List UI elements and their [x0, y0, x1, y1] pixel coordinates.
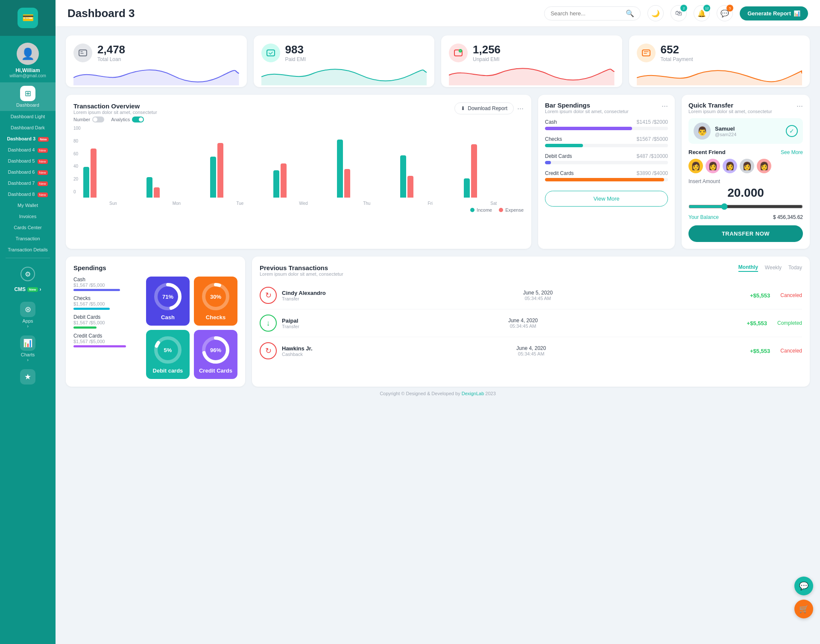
- charts-arrow: ›: [27, 357, 29, 362]
- new-badge: New: [38, 159, 48, 164]
- sidebar-item-dashboard-8[interactable]: Dashboard 8 New: [0, 189, 56, 200]
- tab-today[interactable]: Today: [788, 265, 802, 271]
- spendings-list: Cash $1415 /$2000 Checks $1567 /$5000: [545, 119, 668, 181]
- bar-teal: [210, 157, 216, 198]
- amount-slider[interactable]: [688, 203, 803, 210]
- bar-group-tue: [210, 143, 270, 198]
- total-payment-value: 652: [661, 43, 693, 56]
- unpaid-emi-wave: [449, 65, 615, 85]
- view-more-button[interactable]: View More: [545, 191, 668, 207]
- bar-teal: [337, 140, 343, 198]
- see-more-link[interactable]: See More: [781, 149, 803, 155]
- avatar: 👤: [17, 43, 39, 65]
- friend-avatar-1[interactable]: 👩: [688, 159, 703, 173]
- number-toggle[interactable]: [92, 117, 104, 122]
- sidebar-item-dashboard-7[interactable]: Dashboard 7 New: [0, 178, 56, 189]
- transfer-user-info: 👨 Samuel @sam224: [694, 122, 736, 140]
- dark-mode-btn[interactable]: 🌙: [647, 5, 664, 21]
- download-icon: ⬇: [461, 105, 465, 111]
- stat-cards-row: 2,478 Total Loan 983 Paid E: [66, 35, 810, 87]
- svg-text:5%: 5%: [164, 347, 172, 353]
- middle-row: Transaction Overview Lorem ipsum dolor s…: [66, 95, 810, 249]
- bar-teal: [273, 170, 279, 198]
- insert-amount-label: Insert Amount: [688, 178, 803, 184]
- notification-btn[interactable]: 🔔 12: [694, 5, 710, 21]
- sidebar-item-dashboard-3[interactable]: Dashboard 3 New: [0, 133, 56, 144]
- friend-avatar-4[interactable]: 👩: [740, 159, 754, 173]
- sidebar-item-cms[interactable]: CMS New ›: [0, 284, 56, 295]
- bar-spendings-subtitle: Lorem ipsum dolor sit amet, consectetur: [545, 109, 629, 114]
- checks-bar: [73, 308, 110, 310]
- sidebar-item-dashboard-dark[interactable]: Dashboard Dark: [0, 122, 56, 133]
- sidebar-item-dashboard-4[interactable]: Dashboard 4 New: [0, 144, 56, 155]
- paid-emi-icon: [261, 44, 280, 62]
- sidebar-item-invoices[interactable]: Invoices: [0, 211, 56, 222]
- analytics-toggle[interactable]: [132, 117, 144, 122]
- prev-trans-subtitle: Lorem ipsum dolor sit amet, consectetur: [260, 271, 343, 277]
- spending-row-cash: Cash $1415 /$2000: [545, 119, 668, 130]
- new-badge: New: [38, 148, 48, 153]
- page-title: Dashboard 3: [67, 7, 537, 20]
- sidebar-item-transaction[interactable]: Transaction: [0, 233, 56, 244]
- spending-row-debit: Debit Cards $487 /$10000: [545, 153, 668, 164]
- cms-arrow: ›: [40, 286, 41, 292]
- charts-label: Charts: [21, 352, 35, 357]
- more-options-btn[interactable]: ···: [517, 104, 524, 113]
- trans-info-paipal: Paipal Transfer: [282, 318, 299, 329]
- quick-transfer-more[interactable]: ···: [797, 102, 803, 111]
- username: Hi,William: [15, 67, 40, 73]
- sidebar-item-my-wallet[interactable]: My Wallet: [0, 200, 56, 211]
- total-payment-wave: [637, 65, 802, 85]
- float-cart-btn[interactable]: 🛒: [794, 600, 813, 618]
- status-badge-hawkins: Canceled: [780, 348, 802, 354]
- bar-spendings-more[interactable]: ···: [662, 102, 668, 111]
- gear-icon[interactable]: ⚙: [20, 267, 35, 281]
- total-loan-label: Total Loan: [97, 56, 125, 62]
- sidebar-item-star[interactable]: ★: [0, 366, 56, 389]
- friend-avatar-3[interactable]: 👩: [723, 159, 737, 173]
- star-icon: ★: [20, 369, 35, 385]
- bar-red: [281, 163, 287, 198]
- cash-progress: [545, 127, 632, 130]
- sidebar-item-dashboard-6[interactable]: Dashboard 6 New: [0, 166, 56, 178]
- paid-emi-value: 983: [285, 43, 306, 56]
- total-payment-icon: [637, 44, 656, 62]
- sidebar-item-dashboard-light[interactable]: Dashboard Light: [0, 111, 56, 122]
- stat-card-total-loan: 2,478 Total Loan: [66, 35, 247, 87]
- footer-brand-link[interactable]: DexignLab: [462, 391, 484, 396]
- sidebar-item-dashboard-5[interactable]: Dashboard 5 New: [0, 155, 56, 166]
- friend-avatar-5[interactable]: 👩: [757, 159, 771, 173]
- sidebar-item-transaction-details[interactable]: Transaction Details: [0, 244, 56, 255]
- bar-teal: [83, 167, 89, 198]
- search-box[interactable]: 🔍: [544, 6, 641, 20]
- tab-monthly[interactable]: Monthly: [738, 264, 758, 272]
- sidebar-item-cards-center[interactable]: Cards Center: [0, 222, 56, 233]
- spendings-list: Cash $1,567 /$5,000 Checks $1,567: [73, 277, 139, 379]
- svg-rect-0: [79, 50, 87, 56]
- tab-weekly[interactable]: Weekly: [765, 265, 782, 271]
- transfer-now-button[interactable]: TRANSFER NOW: [688, 225, 803, 242]
- float-support-btn[interactable]: 💬: [794, 577, 813, 595]
- friend-avatar-2[interactable]: 👩: [706, 159, 720, 173]
- sidebar-item-dashboard[interactable]: ⊞ Dashboard: [0, 82, 56, 111]
- cart-btn[interactable]: 🛍 2: [671, 5, 687, 21]
- divider: [6, 258, 50, 258]
- new-badge: New: [38, 181, 48, 186]
- message-btn[interactable]: 💬 5: [717, 5, 733, 21]
- bar-group-sat: [464, 144, 524, 198]
- sidebar-item-apps[interactable]: ⊛ Apps ›: [0, 298, 56, 332]
- check-circle-icon[interactable]: ✓: [786, 125, 798, 137]
- logo-icon[interactable]: 💳: [18, 8, 38, 28]
- message-badge: 5: [726, 5, 733, 12]
- download-report-button[interactable]: ⬇ Download Report: [454, 102, 514, 114]
- your-balance-value: $ 456,345.62: [773, 214, 803, 220]
- table-row: ↻ Hawkins Jr. Cashback June 4, 2020 05:3…: [260, 337, 802, 364]
- bar-chart-area: [83, 129, 524, 198]
- generate-report-button[interactable]: Generate Report 📊: [740, 6, 808, 20]
- transaction-title: Transaction Overview: [73, 102, 157, 110]
- search-input[interactable]: [551, 10, 622, 17]
- donut-grid: 71% Cash 30% Checks: [146, 277, 237, 379]
- credit-progress: [545, 178, 664, 181]
- bar-red: [217, 143, 223, 198]
- sidebar-item-charts[interactable]: 📊 Charts ›: [0, 332, 56, 366]
